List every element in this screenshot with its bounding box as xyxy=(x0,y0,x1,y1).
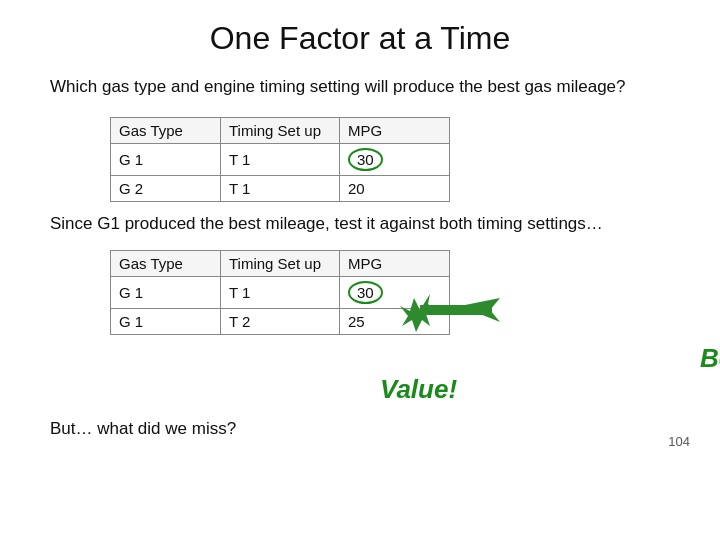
cell2-g1-t2-timing: T 2 xyxy=(221,308,340,334)
but-text: But… what did we miss? xyxy=(50,419,670,439)
svg-marker-2 xyxy=(400,294,436,332)
cell2-g1-t2-gastype: G 1 xyxy=(111,308,221,334)
table-row: Gas Type Timing Set up MPG xyxy=(111,117,450,143)
best-value-label: Best Value! xyxy=(380,343,720,404)
cell-g1-t1-mpg: 30 xyxy=(340,143,450,175)
since-text: Since G1 produced the best mileage, test… xyxy=(50,212,670,236)
mpg-highlight: 30 xyxy=(348,148,383,171)
table2-container: Gas Type Timing Set up MPG G 1 T 1 30 G … xyxy=(110,250,670,335)
table-header-timing1: Timing Set up xyxy=(221,117,340,143)
best-value-container: Best Value! xyxy=(380,343,670,405)
mpg2-highlight: 30 xyxy=(348,281,383,304)
table-header-gastype1: Gas Type xyxy=(111,117,221,143)
table2-header-timing: Timing Set up xyxy=(221,250,340,276)
table-row: G 1 T 2 25 xyxy=(111,308,450,334)
cell-g1-t1-gastype: G 1 xyxy=(111,143,221,175)
cell-g2-t1-timing: T 1 xyxy=(221,175,340,201)
table2: Gas Type Timing Set up MPG G 1 T 1 30 G … xyxy=(110,250,450,335)
cell2-g1-t1-timing: T 1 xyxy=(221,276,340,308)
intro-text: Which gas type and engine timing setting… xyxy=(50,75,670,99)
table2-header-mpg: MPG xyxy=(340,250,450,276)
page-title: One Factor at a Time xyxy=(50,20,670,57)
table-row: G 1 T 1 30 xyxy=(111,143,450,175)
cell-g1-t1-timing: T 1 xyxy=(221,143,340,175)
table-row: G 1 T 1 30 xyxy=(111,276,450,308)
cell2-g1-t1-gastype: G 1 xyxy=(111,276,221,308)
star-arrow-icon xyxy=(400,278,500,343)
cell-g2-t1-mpg: 20 xyxy=(340,175,450,201)
table1-container: Gas Type Timing Set up MPG G 1 T 1 30 G … xyxy=(110,117,670,202)
cell-g2-t1-gastype: G 2 xyxy=(111,175,221,201)
page: One Factor at a Time Which gas type and … xyxy=(0,0,720,459)
table-row: Gas Type Timing Set up MPG xyxy=(111,250,450,276)
page-number: 104 xyxy=(668,434,690,449)
table-header-mpg1: MPG xyxy=(340,117,450,143)
table1: Gas Type Timing Set up MPG G 1 T 1 30 G … xyxy=(110,117,450,202)
table-row: G 2 T 1 20 xyxy=(111,175,450,201)
table2-header-gastype: Gas Type xyxy=(111,250,221,276)
